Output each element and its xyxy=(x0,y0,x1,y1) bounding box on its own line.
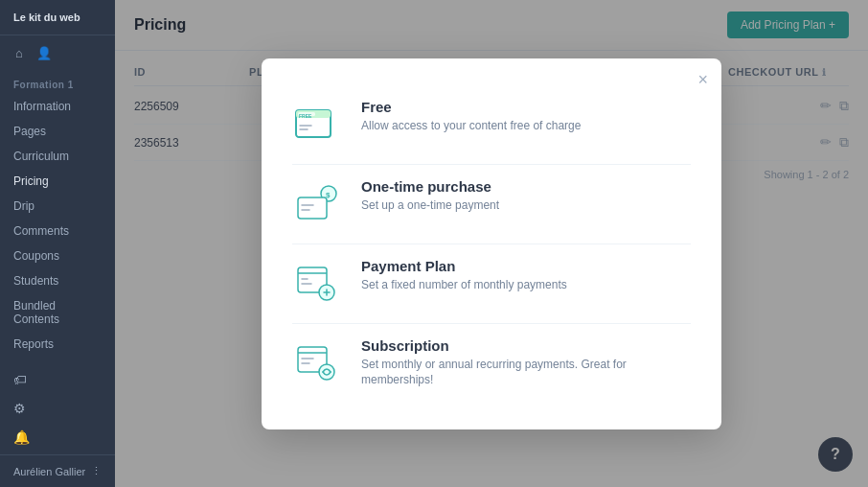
subscription-plan-icon xyxy=(292,337,344,389)
plan-option-one-time[interactable]: $ One-time purchase Set up a one-time pa… xyxy=(292,165,691,244)
home-icon[interactable]: ⌂ xyxy=(10,43,29,62)
sidebar: Le kit du web ⌂ 👤 Formation 1 Informatio… xyxy=(0,0,115,487)
free-plan-info: Free Allow access to your content free o… xyxy=(361,99,691,134)
sidebar-logo: Le kit du web xyxy=(0,0,115,35)
course-title: Formation 1 xyxy=(0,70,115,94)
sidebar-nav: Information Pages Curriculum Pricing Dri… xyxy=(0,94,115,362)
plan-option-payment-plan[interactable]: Payment Plan Set a fixed number of month… xyxy=(292,244,691,324)
svg-text:FREE: FREE xyxy=(299,113,312,119)
sidebar-item-reports[interactable]: Reports xyxy=(0,332,115,357)
payment-plan-desc: Set a fixed number of monthly payments xyxy=(361,277,691,293)
add-plan-modal: × FREE Free Allow access to your conten xyxy=(262,58,721,429)
modal-close-button[interactable]: × xyxy=(697,70,708,90)
payment-plan-info: Payment Plan Set a fixed number of month… xyxy=(361,258,691,293)
sidebar-item-coupons[interactable]: Coupons xyxy=(0,244,115,268)
subscription-plan-name: Subscription xyxy=(361,337,691,354)
subscription-plan-desc: Set monthly or annual recurring payments… xyxy=(361,357,691,389)
sidebar-item-comments[interactable]: Comments xyxy=(0,219,115,244)
sidebar-bottom-icons: 🏷 ⚙ 🔔 xyxy=(0,362,115,454)
sidebar-item-information[interactable]: Information xyxy=(0,94,115,119)
free-plan-desc: Allow access to your content free of cha… xyxy=(361,118,691,134)
sidebar-item-students[interactable]: Students xyxy=(0,268,115,293)
sidebar-username: Aurélien Gallier xyxy=(13,466,85,477)
sidebar-item-pages[interactable]: Pages xyxy=(0,119,115,144)
free-plan-icon: FREE xyxy=(292,99,344,151)
svg-point-22 xyxy=(319,364,334,380)
payment-plan-name: Payment Plan xyxy=(361,258,691,274)
sidebar-item-pricing[interactable]: Pricing xyxy=(0,169,115,194)
plan-option-free[interactable]: FREE Free Allow access to your content f… xyxy=(292,85,691,165)
plan-option-subscription[interactable]: Subscription Set monthly or annual recur… xyxy=(292,324,691,403)
tag-icon[interactable]: 🏷 xyxy=(13,372,102,387)
one-time-plan-icon: $ xyxy=(292,178,344,230)
main-content: Pricing Add Pricing Plan + ID PLAN TYPE … xyxy=(115,0,868,487)
subscription-plan-info: Subscription Set monthly or annual recur… xyxy=(361,337,691,389)
sidebar-more-icon[interactable]: ⋮ xyxy=(91,465,102,477)
sidebar-user-row: Aurélien Gallier ⋮ xyxy=(0,454,115,487)
sidebar-item-curriculum[interactable]: Curriculum xyxy=(0,144,115,169)
one-time-plan-desc: Set up a one-time payment xyxy=(361,197,691,214)
user-icon[interactable]: 👤 xyxy=(34,43,54,62)
one-time-plan-name: One-time purchase xyxy=(361,178,691,195)
sidebar-top-icons: ⌂ 👤 xyxy=(0,35,115,70)
payment-plan-icon xyxy=(292,258,344,310)
svg-rect-8 xyxy=(298,197,327,219)
sidebar-item-drip[interactable]: Drip xyxy=(0,194,115,219)
gear-icon[interactable]: ⚙ xyxy=(13,401,102,416)
sidebar-item-bundled-contents[interactable]: Bundled Contents xyxy=(0,293,115,332)
free-plan-name: Free xyxy=(361,99,691,115)
modal-overlay: × FREE Free Allow access to your conten xyxy=(115,0,868,487)
one-time-plan-info: One-time purchase Set up a one-time paym… xyxy=(361,178,691,214)
bell-icon[interactable]: 🔔 xyxy=(13,429,102,445)
